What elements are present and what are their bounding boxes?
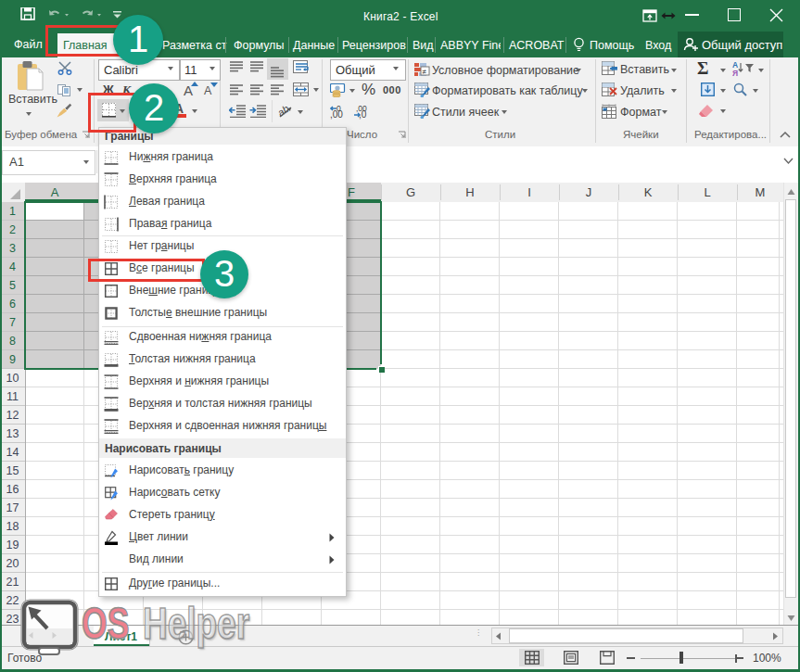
svg-text:Я: Я xyxy=(732,69,738,77)
svg-text:0: 0 xyxy=(337,104,341,113)
svg-text:≠: ≠ xyxy=(423,68,427,76)
